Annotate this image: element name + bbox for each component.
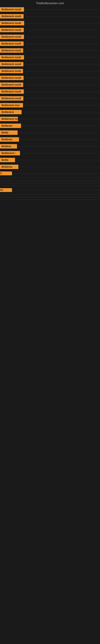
bottleneck-badge[interactable]: Bottleneck r xyxy=(0,151,20,155)
table-row: Bottleneck result xyxy=(0,88,100,95)
row-line xyxy=(1,197,100,197)
row-line xyxy=(1,186,100,186)
table-row: Bottleneck r xyxy=(0,150,100,156)
table-row: Bottlenec xyxy=(0,122,100,129)
bottleneck-badge[interactable]: Bottleneck result xyxy=(0,55,24,60)
bottleneck-badge[interactable]: Bottlenec xyxy=(0,137,19,142)
table-row: Bo xyxy=(0,187,100,193)
table-row xyxy=(0,198,100,201)
bottleneck-badge[interactable]: Bottleneck resu xyxy=(0,103,23,108)
row-line xyxy=(24,16,100,16)
table-row: Bottlenec xyxy=(0,136,100,143)
row-line xyxy=(22,112,100,112)
row-line xyxy=(1,180,100,180)
table-row xyxy=(0,196,100,198)
bottleneck-badge[interactable]: Bottleneck result xyxy=(0,96,23,100)
row-line xyxy=(19,119,100,119)
row-line xyxy=(25,10,100,10)
table-row: Bottleneck res xyxy=(0,116,100,122)
table-row: Bottleneck result xyxy=(0,61,100,68)
table-row: Bottleneck result xyxy=(0,20,100,26)
row-line xyxy=(19,167,100,167)
table-row: Bottle xyxy=(0,156,100,164)
bottleneck-badge[interactable]: Bottle xyxy=(0,130,18,135)
row-line xyxy=(18,132,100,133)
bottleneck-badge[interactable]: Bottleneck result xyxy=(0,21,24,25)
table-row: Bottleneck xyxy=(0,109,100,116)
bottleneck-rows: Bottleneck result Bottleneck result Bott… xyxy=(0,6,100,202)
table-row xyxy=(0,179,100,182)
row-line xyxy=(13,173,100,174)
row-line xyxy=(18,146,100,146)
bottleneck-badge[interactable]: Bottleneck result xyxy=(0,76,24,80)
bottleneck-badge[interactable]: Bottleneck xyxy=(0,110,22,114)
table-row xyxy=(0,184,100,187)
table-row: Bottleneck result xyxy=(0,6,100,13)
table-row: Bottle xyxy=(0,129,100,136)
table-row: Bottleneck result xyxy=(0,54,100,61)
row-line xyxy=(24,64,100,64)
bottom-spacer xyxy=(0,202,100,242)
bottleneck-badge[interactable]: Bottle xyxy=(0,158,15,162)
bottleneck-badge[interactable]: Bottleneck result xyxy=(0,7,24,12)
site-header: TheBottlenecker.com xyxy=(0,0,100,6)
bottleneck-badge[interactable]: Bottleneck result xyxy=(0,48,23,53)
table-row: Bottleneck result xyxy=(0,40,100,47)
row-line xyxy=(25,92,100,92)
site-title: TheBottlenecker.com xyxy=(36,2,64,5)
table-row: Bottleneck result xyxy=(0,74,100,81)
row-line xyxy=(24,105,100,106)
row-line xyxy=(25,30,100,30)
bottleneck-badge[interactable]: Bottlene xyxy=(0,144,17,148)
table-row xyxy=(0,176,100,179)
bottleneck-badge[interactable]: Bottleneck result xyxy=(0,82,23,87)
table-row: Bottleneck result xyxy=(0,26,100,34)
bottleneck-badge[interactable]: Bottleneck result xyxy=(0,28,24,32)
row-line xyxy=(25,57,100,58)
table-row: Bottleneck result xyxy=(0,81,100,88)
table-row: Bottlenec xyxy=(0,164,100,170)
table-row: B xyxy=(0,170,100,176)
row-line xyxy=(24,85,100,85)
bottleneck-badge[interactable]: Bottleneck result xyxy=(0,42,24,46)
row-line xyxy=(1,178,100,178)
table-row xyxy=(0,193,100,196)
bottleneck-badge[interactable]: Bottleneck result xyxy=(0,89,24,94)
row-line xyxy=(13,190,100,190)
row-line xyxy=(24,71,100,71)
row-line xyxy=(1,183,100,183)
bottleneck-badge[interactable]: Bottleneck result xyxy=(0,69,23,73)
table-row: Bottlene xyxy=(0,143,100,150)
table-row: Bottleneck result xyxy=(0,95,100,102)
bottleneck-badge[interactable]: Bottleneck res xyxy=(0,117,18,121)
table-row: Bottleneck result xyxy=(0,68,100,74)
bottleneck-badge[interactable]: Bottleneck result xyxy=(0,62,23,66)
bottleneck-badge[interactable]: Bottlenec xyxy=(0,124,21,128)
bottleneck-badge[interactable]: Bo xyxy=(0,188,12,192)
row-line xyxy=(20,140,100,140)
table-row: Bottleneck resu xyxy=(0,102,100,109)
table-row: Bottleneck result xyxy=(0,47,100,54)
table-row: Bottleneck result xyxy=(0,34,100,40)
row-line xyxy=(24,50,100,51)
bottleneck-badge[interactable]: Bottleneck result xyxy=(0,34,24,39)
row-line xyxy=(25,37,100,37)
bottleneck-badge[interactable]: B xyxy=(0,172,12,175)
row-line xyxy=(22,126,100,126)
bottleneck-badge[interactable]: Bottleneck result xyxy=(0,14,24,18)
bottleneck-badge[interactable]: Bottlenec xyxy=(0,164,18,169)
table-row xyxy=(0,182,100,184)
table-row: Bottleneck result xyxy=(0,13,100,20)
row-line xyxy=(16,160,100,160)
